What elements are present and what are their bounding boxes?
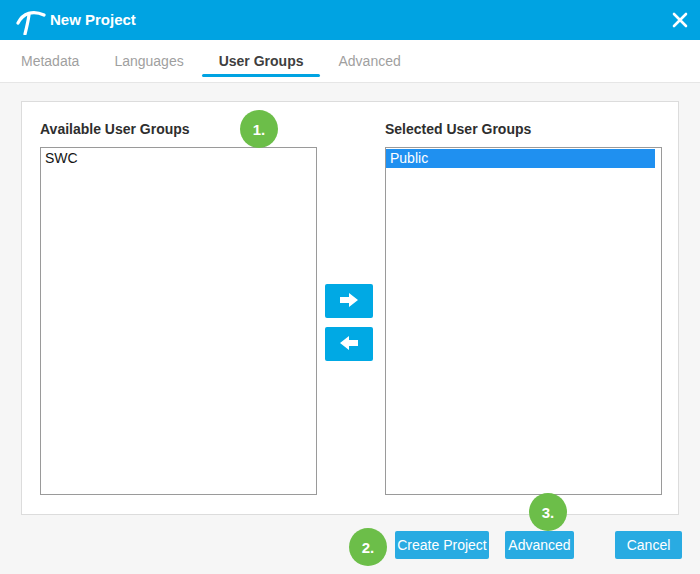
tab-user-groups[interactable]: User Groups — [219, 40, 304, 82]
list-item-swc[interactable]: SWC — [41, 149, 316, 168]
user-groups-tab-content: Available User Groups Selected User Grou… — [0, 83, 700, 574]
available-user-groups-label: Available User Groups — [40, 121, 190, 137]
arrow-left-icon — [337, 333, 361, 356]
selected-user-groups-label: Selected User Groups — [385, 121, 531, 137]
selected-user-groups-list[interactable]: Public — [385, 147, 662, 495]
dialog-header: New Project — [0, 0, 700, 40]
cancel-button[interactable]: Cancel — [615, 531, 682, 559]
dialog-title: New Project — [50, 0, 136, 40]
move-left-button[interactable] — [325, 327, 373, 361]
user-groups-panel: Available User Groups Selected User Grou… — [21, 101, 679, 515]
transfer-buttons — [325, 284, 373, 361]
tab-bar: Metadata Languages User Groups Advanced — [0, 40, 700, 83]
close-icon[interactable] — [670, 10, 690, 30]
tab-metadata[interactable]: Metadata — [21, 40, 79, 82]
available-user-groups-list[interactable]: SWC — [40, 147, 317, 495]
step-badge-3: 3. — [529, 493, 567, 531]
step-badge-2: 2. — [349, 528, 387, 566]
tab-languages[interactable]: Languages — [114, 40, 183, 82]
create-project-button[interactable]: Create Project — [395, 531, 489, 559]
tab-advanced[interactable]: Advanced — [338, 40, 400, 82]
brand-logo-icon — [16, 7, 46, 39]
step-badge-1: 1. — [240, 110, 278, 148]
arrow-right-icon — [337, 290, 361, 313]
list-item-public-selected[interactable]: Public — [386, 149, 655, 168]
advanced-button[interactable]: Advanced — [505, 531, 574, 559]
move-right-button[interactable] — [325, 284, 373, 318]
